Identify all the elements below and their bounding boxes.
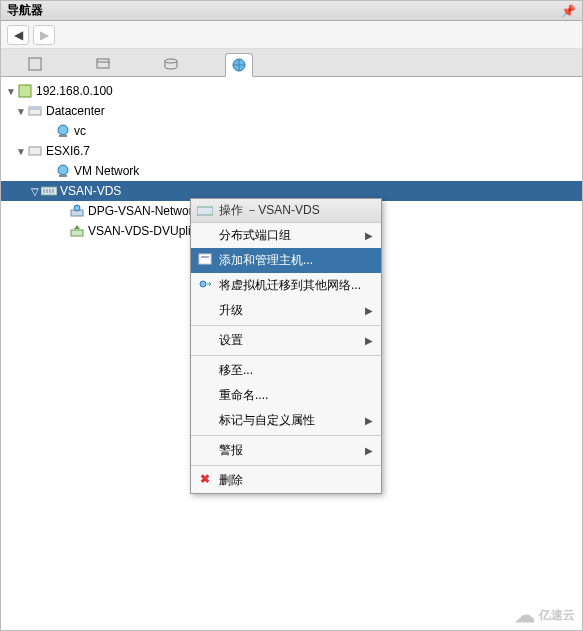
svg-rect-10: [29, 147, 41, 155]
submenu-arrow-icon: ▶: [365, 415, 373, 426]
menu-label: 设置: [219, 332, 243, 349]
tree-label: DPG-VSAN-Network: [88, 204, 199, 218]
svg-rect-7: [29, 107, 41, 110]
menu-label: 添加和管理主机...: [219, 252, 313, 269]
svg-rect-13: [41, 187, 57, 195]
menu-add-manage-hosts[interactable]: 添加和管理主机...: [191, 248, 381, 273]
network-icon: [55, 123, 71, 139]
tree-label: 192.168.0.100: [36, 84, 113, 98]
network-icon: [55, 163, 71, 179]
vcenter-icon: [17, 83, 33, 99]
tree-node-datacenter[interactable]: ▼ Datacenter: [1, 101, 582, 121]
svg-rect-0: [29, 58, 41, 70]
submenu-arrow-icon: ▶: [365, 445, 373, 456]
svg-point-11: [58, 165, 68, 175]
tree-label: vc: [74, 124, 86, 138]
nav-back-forward-bar: ◀ ▶: [1, 21, 582, 49]
menu-label: 重命名....: [219, 387, 268, 404]
migrate-icon: [197, 276, 213, 292]
tab-hosts-icon[interactable]: [21, 52, 49, 76]
menu-label: 升级: [219, 302, 243, 319]
context-menu: 操作 －VSAN-VDS 分布式端口组 ▶ 添加和管理主机... 将虚拟机迁移到…: [190, 198, 382, 494]
menu-distributed-port-group[interactable]: 分布式端口组 ▶: [191, 223, 381, 248]
tree-label: VM Network: [74, 164, 139, 178]
navigator-title: 导航器: [7, 2, 43, 19]
submenu-arrow-icon: ▶: [365, 305, 373, 316]
datacenter-icon: [27, 103, 43, 119]
tab-vms-icon[interactable]: [89, 52, 117, 76]
svg-rect-23: [201, 256, 209, 258]
tab-networking-icon[interactable]: [225, 53, 253, 77]
pin-icon[interactable]: 📌: [561, 4, 576, 18]
tree-label: VSAN-VDS: [60, 184, 121, 198]
delete-icon: ✖: [197, 471, 213, 487]
svg-rect-12: [59, 175, 67, 177]
portgroup-icon: [69, 203, 85, 219]
svg-rect-1: [97, 59, 109, 68]
tree-node-vmnetwork[interactable]: VM Network: [1, 161, 582, 181]
menu-label: 删除: [219, 472, 243, 489]
menu-label: 将虚拟机迁移到其他网络...: [219, 277, 361, 294]
folder-icon: [27, 143, 43, 159]
expand-icon[interactable]: ▼: [15, 146, 27, 157]
svg-rect-9: [59, 135, 67, 137]
context-menu-header: 操作 －VSAN-VDS: [191, 199, 381, 223]
navigator-titlebar: 导航器 📌: [1, 1, 582, 21]
menu-alarms[interactable]: 警报 ▶: [191, 438, 381, 463]
svg-rect-20: [71, 230, 83, 236]
forward-button[interactable]: ▶: [33, 25, 55, 45]
separator: [191, 325, 381, 326]
expand-icon[interactable]: ▼: [5, 86, 17, 97]
tree-label: ESXI6.7: [46, 144, 90, 158]
menu-rename[interactable]: 重命名....: [191, 383, 381, 408]
tree-label: VSAN-VDS-DVUplir: [88, 224, 195, 238]
back-button[interactable]: ◀: [7, 25, 29, 45]
svg-point-19: [74, 205, 80, 211]
expand-icon[interactable]: ▽: [29, 186, 41, 197]
watermark: ☁ 亿速云: [515, 603, 575, 627]
menu-migrate-vm[interactable]: 将虚拟机迁移到其他网络...: [191, 273, 381, 298]
menu-upgrade[interactable]: 升级 ▶: [191, 298, 381, 323]
tree-node-vc[interactable]: vc: [1, 121, 582, 141]
menu-tags[interactable]: 标记与自定义属性 ▶: [191, 408, 381, 433]
menu-settings[interactable]: 设置 ▶: [191, 328, 381, 353]
separator: [191, 435, 381, 436]
tree-node-vcenter[interactable]: ▼ 192.168.0.100: [1, 81, 582, 101]
svg-point-3: [165, 59, 177, 63]
expand-icon[interactable]: ▼: [15, 106, 27, 117]
svg-rect-22: [199, 254, 211, 264]
svg-rect-5: [19, 85, 31, 97]
hosts-icon: [197, 251, 213, 267]
menu-label: 警报: [219, 442, 243, 459]
dvswitch-icon: [41, 183, 57, 199]
menu-label: 分布式端口组: [219, 227, 291, 244]
dvswitch-icon: [197, 206, 213, 216]
separator: [191, 355, 381, 356]
menu-delete[interactable]: ✖ 删除: [191, 468, 381, 493]
svg-point-8: [58, 125, 68, 135]
uplink-icon: [69, 223, 85, 239]
brand-label: 亿速云: [539, 607, 575, 624]
inventory-tabs: [1, 49, 582, 77]
context-header-label: 操作 －VSAN-VDS: [219, 202, 320, 219]
tree-label: Datacenter: [46, 104, 105, 118]
menu-move-to[interactable]: 移至...: [191, 358, 381, 383]
menu-label: 移至...: [219, 362, 253, 379]
svg-rect-21: [197, 207, 213, 215]
menu-label: 标记与自定义属性: [219, 412, 315, 429]
submenu-arrow-icon: ▶: [365, 335, 373, 346]
tree-node-esxi[interactable]: ▼ ESXI6.7: [1, 141, 582, 161]
svg-point-24: [200, 281, 206, 287]
separator: [191, 465, 381, 466]
tab-storage-icon[interactable]: [157, 52, 185, 76]
submenu-arrow-icon: ▶: [365, 230, 373, 241]
cloud-icon: ☁: [515, 603, 535, 627]
